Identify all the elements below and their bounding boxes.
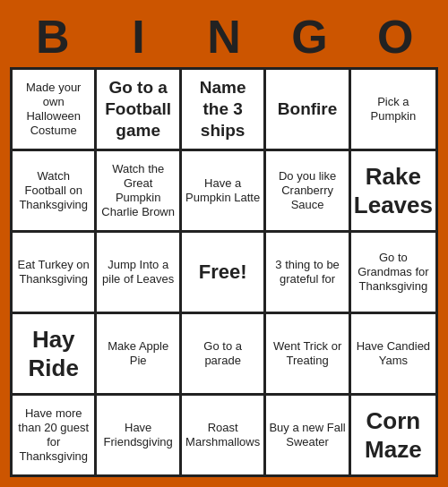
- bingo-cell-12: Free!: [182, 233, 263, 312]
- title-letter-o: O: [356, 10, 435, 64]
- bingo-card: BINGO Made your own Halloween CostumeGo …: [4, 4, 444, 483]
- bingo-cell-5: Watch Football on Thanksgiving: [13, 151, 94, 230]
- bingo-cell-1: Go to a Football game: [97, 70, 178, 149]
- bingo-cell-20: Have more than 20 guest for Thanksgiving: [13, 396, 94, 474]
- bingo-cell-18: Went Trick or Treating: [266, 314, 348, 393]
- bingo-cell-6: Watch the Great Pumpkin Charlie Brown: [97, 151, 178, 230]
- bingo-cell-21: Have Friendsgiving: [97, 396, 178, 474]
- bingo-cell-8: Do you like Cranberry Sauce: [266, 151, 348, 230]
- bingo-cell-15: Hay Ride: [13, 314, 94, 393]
- bingo-cell-13: 3 thing to be grateful for: [266, 233, 348, 312]
- bingo-cell-7: Have a Pumpkin Latte: [182, 151, 263, 230]
- bingo-cell-23: Buy a new Fall Sweater: [266, 396, 348, 474]
- bingo-grid: Made your own Halloween CostumeGo to a F…: [10, 67, 438, 477]
- title-letter-i: I: [99, 10, 177, 64]
- bingo-cell-9: Rake Leaves: [351, 151, 435, 230]
- bingo-cell-4: Pick a Pumpkin: [351, 70, 435, 149]
- bingo-cell-17: Go to a parade: [182, 314, 263, 393]
- bingo-cell-2: Name the 3 ships: [182, 70, 263, 149]
- title-letter-b: B: [13, 10, 92, 64]
- title-letter-g: G: [271, 10, 349, 64]
- bingo-title: BINGO: [10, 10, 438, 64]
- bingo-cell-10: Eat Turkey on Thanksgiving: [13, 233, 94, 312]
- bingo-cell-22: Roast Marshmallows: [182, 396, 263, 474]
- title-letter-n: N: [185, 10, 263, 64]
- bingo-cell-19: Have Candied Yams: [351, 314, 435, 393]
- bingo-cell-14: Go to Grandmas for Thanksgiving: [351, 233, 435, 312]
- bingo-cell-16: Make Apple Pie: [97, 314, 178, 393]
- bingo-cell-3: Bonfire: [266, 70, 348, 149]
- bingo-cell-24: Corn Maze: [351, 396, 435, 474]
- bingo-cell-11: Jump Into a pile of Leaves: [97, 233, 178, 312]
- bingo-cell-0: Made your own Halloween Costume: [13, 70, 94, 149]
